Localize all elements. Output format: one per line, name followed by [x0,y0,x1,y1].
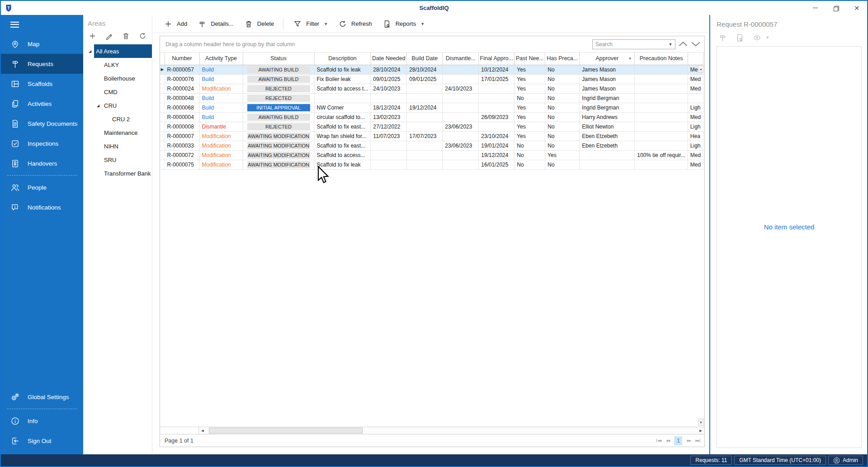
add-area-icon[interactable] [87,31,97,41]
tree-item-alky[interactable]: ALKY [83,58,152,71]
sidebar-item-handovers[interactable]: Handovers [1,153,83,173]
add-button[interactable]: Add [159,16,192,32]
tree-item-maintenance[interactable]: Maintenance [83,126,152,139]
minimize-button[interactable] [805,1,826,15]
sidebar-item-inspections[interactable]: Inspections [1,133,83,153]
search-dropdown-icon[interactable]: ▼ [666,40,675,49]
cell-final_approval: 19/12/2024 [479,150,514,160]
sidebar-item-global-settings[interactable]: Global Settings [1,387,83,407]
detail-content: No item selected [717,46,862,448]
column-header-approver[interactable]: Approver▼ [580,52,635,65]
current-page-button[interactable]: 1 [674,436,682,445]
activity-type: Dismantle [202,124,226,130]
tree-item-sru[interactable]: SRU [83,153,152,167]
report-icon[interactable] [735,33,745,43]
tree-item-nihn[interactable]: NIHN [83,139,152,153]
activity-type: Build [202,114,214,120]
table-row[interactable]: R-0000004BuildAWAITING BUILDcircular sca… [160,112,703,122]
column-header-description[interactable]: Description [314,52,371,65]
sidebar-item-sign-out[interactable]: Sign Out [1,431,83,451]
table-row[interactable]: ▶R-0000057BuildAWAITING BUILDScaffold to… [160,65,703,74]
search-input[interactable] [593,40,666,49]
sidebar-item-map[interactable]: Map [1,34,83,54]
tree-expander-icon[interactable]: ◢ [94,99,102,112]
tree-indent [94,167,102,180]
scroll-down-button[interactable]: ▼ [698,419,704,426]
horizontal-scrollbar[interactable]: ◀ ▶ [160,427,704,434]
column-header-date_needed[interactable]: Date Needed [371,52,407,65]
signpost-icon[interactable] [717,33,727,43]
table-row[interactable]: R-0000007ModificationAWAITING MODIFICATI… [160,131,703,141]
tree-item-all-areas[interactable]: ◢All Areas [83,44,152,58]
column-header-past_needed[interactable]: Past Nee... [514,52,545,65]
table-row[interactable]: R-0000024ModificationREJECTEDScaffold to… [160,84,703,93]
collapse-down-icon[interactable] [691,39,701,49]
last-page-button[interactable]: ▶▶ [695,439,701,443]
column-header-dismantle_date[interactable]: Dismantle... [443,52,479,65]
next-page-button[interactable]: ▶▶ [687,439,691,443]
table-row[interactable]: R-0000048BuildREJECTEDNoNoIngrid Bergman [160,93,703,103]
sidebar-item-info[interactable]: Info [1,411,83,431]
chevron-down-icon[interactable]: ▼ [765,35,769,40]
tree-expander-icon[interactable]: ◢ [86,44,94,58]
column-header-precaution_notes[interactable]: Precaution Notes [635,52,688,65]
sidebar-item-activities[interactable]: Activities [1,94,83,114]
table-row[interactable]: R-0000068BuildINITIAL APPROVALNW Corner1… [160,103,703,112]
filter-button[interactable]: Filter ▼ [288,16,332,32]
status-badge: AWAITING MODIFICATION [247,133,310,140]
scroll-up-button[interactable]: ▲ [698,65,704,72]
sidebar-item-safety-documents[interactable]: Safety Documents [1,114,83,133]
cell-approver: James Mason [580,84,635,93]
cell-precaution_notes [635,141,688,150]
refresh-areas-icon[interactable] [137,31,147,41]
refresh-button[interactable]: Refresh [333,16,377,32]
cell-build_date: 17/07/2023 [407,131,443,141]
group-by-band[interactable]: Drag a column header here to group by th… [160,36,704,52]
column-header-status[interactable]: Status [243,52,314,65]
collapse-up-icon[interactable] [678,39,688,49]
sidebar-item-people[interactable]: People [1,177,83,197]
first-page-button[interactable]: ◀◀ [656,439,661,443]
table-row[interactable]: R-0000008DismantleREJECTEDScaffold to fi… [160,122,703,131]
close-button[interactable]: ✕ [846,1,867,15]
column-header-number[interactable]: Number [165,52,199,65]
delete-button[interactable]: Delete [239,16,279,32]
restore-button[interactable] [826,1,846,15]
eye-icon[interactable] [752,33,762,43]
sidebar-item-scaffolds[interactable]: Scaffolds [1,74,83,94]
table-row[interactable]: R-0000076BuildAWAITING BUILDFix Boiler l… [160,74,703,84]
tree-item-cru-2[interactable]: CRU 2 [83,112,152,126]
tree-item-boilerhouse[interactable]: Boilerhouse [83,71,152,85]
cell-precaution_notes [635,122,688,131]
column-header-has_precautions[interactable]: Has Preca... [545,52,580,65]
details-button[interactable]: Details... [193,16,238,32]
row-indicator [160,84,165,93]
tree-item-label: ALKY [102,58,152,71]
previous-page-button[interactable]: ◀◀ [666,439,670,443]
tree-item-transformer-bank[interactable]: Transformer Bank [83,167,152,180]
column-header-duty[interactable] [688,52,703,65]
scroll-right-button[interactable]: ▶ [697,427,704,434]
sidebar-item-requests[interactable]: Requests [1,54,83,74]
column-header-build_date[interactable]: Build Date [407,52,443,65]
menu-toggle-button[interactable] [1,15,83,34]
table-row[interactable]: R-0000072ModificationAWAITING MODIFICATI… [160,150,703,160]
column-header-final_approval[interactable]: Final Appro... [479,52,514,65]
column-header-activity[interactable]: Activity Type [199,52,243,65]
scrollbar-thumb[interactable] [209,428,363,434]
edit-area-icon[interactable] [104,31,114,41]
scroll-left-button[interactable]: ◀ [199,427,206,434]
tree-item-cmd[interactable]: CMD [83,85,152,99]
table-row[interactable]: R-0000075ModificationAWAITING MODIFICATI… [160,160,703,169]
filter-dropdown-icon[interactable]: ▼ [628,57,632,61]
cell-build_date: 19/12/2024 [407,103,443,112]
delete-area-icon[interactable] [121,31,131,41]
column-header-indicator[interactable] [160,52,165,65]
table-row[interactable]: R-0000033ModificationAWAITING MODIFICATI… [160,141,703,150]
tree-item-cru[interactable]: ◢CRU [83,99,152,112]
sidebar-item-notifications[interactable]: Notifications [1,197,83,217]
tree-item-label: CMD [102,85,152,99]
user-badge[interactable]: Admin [828,456,863,465]
reports-button[interactable]: Reports ▼ [377,16,429,32]
certificate-icon [10,158,20,168]
